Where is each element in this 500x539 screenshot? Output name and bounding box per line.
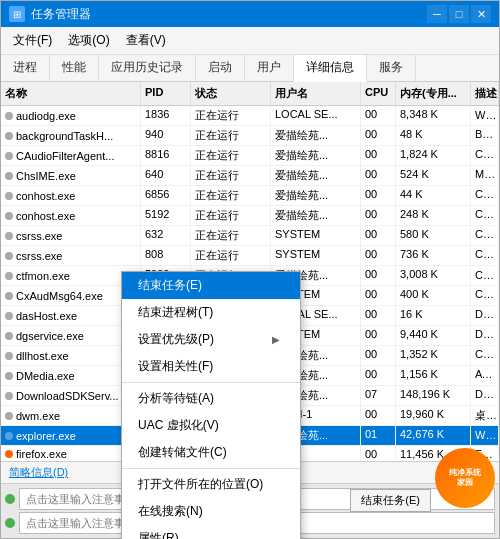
menu-file[interactable]: 文件(F): [5, 29, 60, 52]
td-cpu: 00: [361, 106, 396, 125]
td-cpu: 00: [361, 166, 396, 185]
ctx-menu-item[interactable]: 结束进程树(T): [122, 299, 300, 326]
table-row[interactable]: audiodg.exe 1836 正在运行 LOCAL SE... 00 8,3…: [1, 106, 499, 126]
col-header-name[interactable]: 名称: [1, 82, 141, 105]
ctx-menu-item[interactable]: 创建转储文件(C): [122, 439, 300, 466]
ctx-menu-item[interactable]: 打开文件所在的位置(O): [122, 471, 300, 498]
td-user: LOCAL SE...: [271, 106, 361, 125]
proc-dot: [5, 232, 13, 240]
table-row[interactable]: conhost.exe 5192 正在运行 爱描绘苑... 00 248 K C…: [1, 206, 499, 226]
td-mem: 42,676 K: [396, 426, 471, 445]
td-name: dgservice.exe: [1, 326, 141, 345]
td-name: dasHost.exe: [1, 306, 141, 325]
ctx-item-label: 打开文件所在的位置(O): [138, 476, 263, 493]
ctx-menu-item[interactable]: 属性(R): [122, 525, 300, 539]
td-name: DownloadSDKServ...: [1, 386, 141, 405]
proc-name: CAudioFilterAgent...: [16, 150, 114, 162]
ctx-separator: [122, 468, 300, 469]
td-mem: 580 K: [396, 226, 471, 245]
ctx-menu-item[interactable]: 分析等待链(A): [122, 385, 300, 412]
td-mem: 1,824 K: [396, 146, 471, 165]
table-row[interactable]: backgroundTaskH... 940 正在运行 爱描绘苑... 00 4…: [1, 126, 499, 146]
tab-services[interactable]: 服务: [367, 55, 416, 81]
tab-details[interactable]: 详细信息: [294, 55, 367, 82]
minimize-button[interactable]: ─: [427, 5, 447, 23]
td-mem: 9,440 K: [396, 326, 471, 345]
td-desc: Windows 音频设备图...: [471, 106, 499, 125]
td-mem: 1,156 K: [396, 366, 471, 385]
td-cpu: 00: [361, 286, 396, 305]
tab-users[interactable]: 用户: [245, 55, 294, 81]
td-cpu: 00: [361, 306, 396, 325]
td-status: 正在运行: [191, 246, 271, 265]
close-button[interactable]: ✕: [471, 5, 491, 23]
table-row[interactable]: conhost.exe 6856 正在运行 爱描绘苑... 00 44 K Co…: [1, 186, 499, 206]
proc-name: dwm.exe: [16, 410, 60, 422]
td-name: ChsIME.exe: [1, 166, 141, 185]
table-row[interactable]: CAudioFilterAgent... 8816 正在运行 爱描绘苑... 0…: [1, 146, 499, 166]
td-status: 正在运行: [191, 166, 271, 185]
proc-name: conhost.exe: [16, 190, 75, 202]
td-user: 爱描绘苑...: [271, 126, 361, 145]
table-row[interactable]: csrss.exe 808 正在运行 SYSTEM 00 736 K Clien…: [1, 246, 499, 266]
td-pid: 940: [141, 126, 191, 145]
tab-processes[interactable]: 进程: [1, 55, 50, 81]
proc-name: backgroundTaskH...: [16, 130, 113, 142]
col-header-mem[interactable]: 内存(专用...: [396, 82, 471, 105]
col-header-status[interactable]: 状态: [191, 82, 271, 105]
td-desc: 桌面窗口管理器: [471, 406, 499, 425]
proc-dot: [5, 432, 13, 440]
td-pid: 6856: [141, 186, 191, 205]
td-name: backgroundTaskH...: [1, 126, 141, 145]
ctx-menu-item[interactable]: 在线搜索(N): [122, 498, 300, 525]
td-cpu: 01: [361, 426, 396, 445]
td-mem: 44 K: [396, 186, 471, 205]
ctx-separator: [122, 382, 300, 383]
td-desc: DownloadSDKServer: [471, 386, 499, 405]
col-header-pid[interactable]: PID: [141, 82, 191, 105]
ctx-menu-item[interactable]: 设置相关性(F): [122, 353, 300, 380]
maximize-button[interactable]: □: [449, 5, 469, 23]
ctx-item-label: 设置相关性(F): [138, 358, 213, 375]
td-user: SYSTEM: [271, 226, 361, 245]
end-task-button[interactable]: 结束任务(E): [350, 489, 431, 512]
table-row[interactable]: csrss.exe 632 正在运行 SYSTEM 00 580 K Clien…: [1, 226, 499, 246]
td-name: explorer.exe: [1, 426, 141, 445]
ctx-item-label: UAC 虚拟化(V): [138, 417, 219, 434]
proc-name: explorer.exe: [16, 430, 76, 442]
brief-info-link[interactable]: 简略信息(D): [9, 465, 68, 480]
menu-view[interactable]: 查看(V): [118, 29, 174, 52]
tab-app-history[interactable]: 应用历史记录: [99, 55, 196, 81]
td-desc: Windows 资源管理器: [471, 426, 499, 445]
proc-name: ctfmon.exe: [16, 270, 70, 282]
td-desc: Client Server Runtime ...: [471, 246, 499, 265]
td-name: firefox.exe: [1, 446, 141, 461]
td-mem: 19,960 K: [396, 406, 471, 425]
ctx-menu-item[interactable]: UAC 虚拟化(V): [122, 412, 300, 439]
proc-name: dllhost.exe: [16, 350, 69, 362]
table-row[interactable]: ChsIME.exe 640 正在运行 爱描绘苑... 00 524 K Mic…: [1, 166, 499, 186]
col-header-desc[interactable]: 描述: [471, 82, 499, 105]
td-cpu: 00: [361, 146, 396, 165]
ctx-item-label: 结束任务(E): [138, 277, 202, 294]
td-cpu: 00: [361, 246, 396, 265]
menu-options[interactable]: 选项(O): [60, 29, 117, 52]
input-dot-2: [5, 518, 15, 528]
td-status: 正在运行: [191, 106, 271, 125]
proc-dot: [5, 172, 13, 180]
td-mem: 16 K: [396, 306, 471, 325]
proc-name: audiodg.exe: [16, 110, 76, 122]
td-cpu: 07: [361, 386, 396, 405]
tab-performance[interactable]: 性能: [50, 55, 99, 81]
td-mem: 8,348 K: [396, 106, 471, 125]
menu-bar: 文件(F) 选项(O) 查看(V): [1, 27, 499, 55]
col-header-cpu[interactable]: CPU: [361, 82, 396, 105]
task-manager-window: ⊞ 任务管理器 ─ □ ✕ 文件(F) 选项(O) 查看(V) 进程 性能 应用…: [0, 0, 500, 539]
watermark-circle: 纯净系统家园: [435, 448, 495, 508]
td-status: 正在运行: [191, 206, 271, 225]
td-desc: Conexant Audio Mess...: [471, 286, 499, 305]
ctx-menu-item[interactable]: 结束任务(E): [122, 272, 300, 299]
tab-startup[interactable]: 启动: [196, 55, 245, 81]
ctx-menu-item[interactable]: 设置优先级(P)▶: [122, 326, 300, 353]
col-header-user[interactable]: 用户名: [271, 82, 361, 105]
